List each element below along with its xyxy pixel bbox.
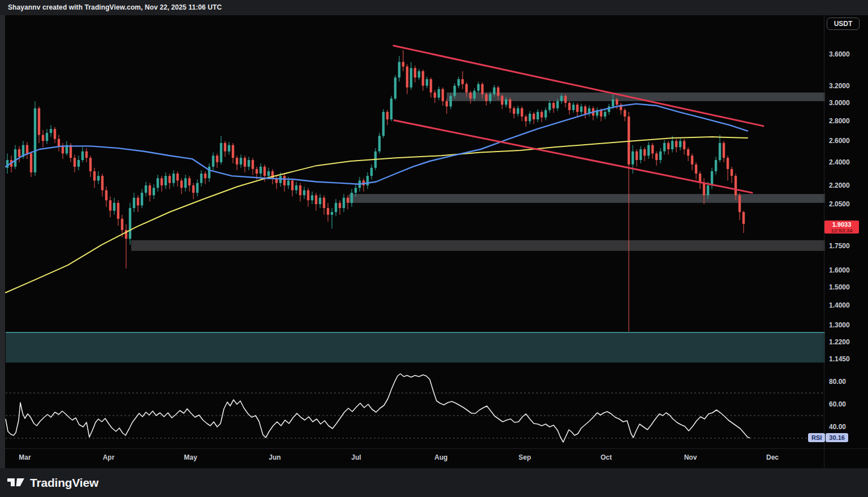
bar-countdown: 12:53:34 [831,228,852,234]
ma-fast-line [6,104,748,184]
price-tick-label: 2.2000 [829,181,850,190]
price-tick-label: 1.3000 [829,321,850,330]
price-tick-label: 1.4000 [829,301,850,310]
price-tick-label: 1.7500 [829,241,850,250]
support-zone-1.72-1.79[interactable] [131,240,825,251]
support-zone-2.06-2.13[interactable] [349,194,825,203]
rsi-value: 30.16 [826,433,848,442]
price-tick-label: 2.0500 [829,200,850,209]
month-tick-label: Nov [684,453,697,462]
rsi-label: RSI [808,433,825,442]
price-tick-label: 3.0000 [829,98,850,107]
rsi-value-badge: RSI 30.16 [808,433,848,442]
last-price-value: 1.9033 [832,221,852,228]
month-tick-label: Apr [103,453,115,462]
rsi-line [6,374,750,442]
price-tick-label: 1.2200 [829,338,850,347]
time-axis-divider [5,448,868,449]
upper-channel[interactable] [394,46,763,126]
tradingview-logo-text: TradingView [30,476,98,490]
price-tick-label: 2.8000 [829,116,850,126]
tradingview-logo[interactable]: TradingView [7,476,98,490]
bottom-logo-bar: TradingView [0,468,868,497]
price-tick-label: 3.6000 [829,50,850,59]
price-tick-label: 2.4000 [829,158,850,167]
attribution-text: Shayannv created with TradingView.com, N… [8,3,222,11]
demand-zone-1.13-1.26[interactable] [6,332,825,362]
rsi-pane [6,374,824,442]
price-zones-layer[interactable] [6,93,825,363]
price-tick-label: 2.6000 [829,136,850,145]
month-tick-label: Jun [269,453,280,462]
rsi-tick-label: 80.00 [829,377,846,386]
month-tick-label: May [184,453,197,462]
top-attribution-bar: Shayannv created with TradingView.com, N… [0,0,868,15]
quote-currency-badge: USDT [827,18,860,30]
month-tick-label: Jul [351,453,361,462]
left-margin-strip [0,15,5,468]
price-tick-label: 1.5000 [829,283,850,292]
price-axis-divider [824,15,824,468]
rsi-tick-label: 60.00 [829,400,846,409]
price-tick-label: 3.2000 [829,81,850,90]
month-tick-label: Sep [519,453,531,462]
tradingview-logo-icon [7,477,25,489]
chart-canvas[interactable] [0,0,868,497]
price-tick-label: 1.1450 [829,355,850,364]
month-tick-label: Mar [19,453,31,462]
month-tick-label: Oct [601,453,612,462]
candles-layer [6,50,745,332]
month-tick-label: Dec [766,453,779,462]
tradingview-chart-window: Shayannv created with TradingView.com, N… [0,0,868,497]
last-price-badge: 1.9033 12:53:34 [824,221,859,234]
price-tick-label: 1.6000 [829,266,850,275]
month-tick-label: Aug [434,453,447,462]
resistance-zone-3.02-3.12[interactable] [447,93,825,101]
rsi-tick-label: 40.00 [829,422,846,431]
